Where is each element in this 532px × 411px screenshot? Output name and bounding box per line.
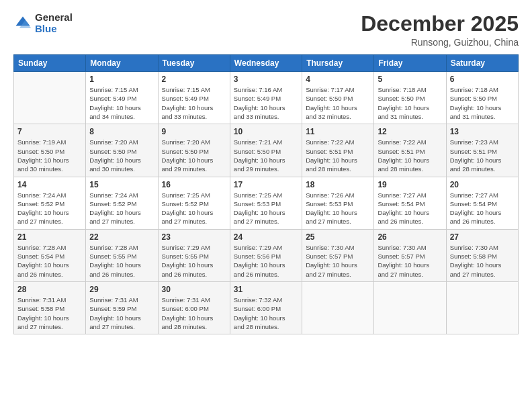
weekday-header-wednesday: Wednesday [230, 55, 302, 72]
day-number: 14 [17, 180, 82, 189]
logo: General Blue [13, 12, 73, 34]
weekday-header-saturday: Saturday [446, 55, 518, 72]
calendar-cell: 21Sunrise: 7:28 AM Sunset: 5:54 PM Dayli… [14, 229, 86, 281]
day-number: 6 [450, 75, 515, 84]
day-info: Sunrise: 7:18 AM Sunset: 5:50 PM Dayligh… [378, 85, 442, 121]
day-number: 30 [162, 285, 226, 294]
day-number: 23 [162, 232, 226, 242]
day-info: Sunrise: 7:15 AM Sunset: 5:49 PM Dayligh… [162, 85, 226, 121]
day-info: Sunrise: 7:27 AM Sunset: 5:54 PM Dayligh… [378, 191, 442, 226]
day-info: Sunrise: 7:17 AM Sunset: 5:50 PM Dayligh… [306, 85, 370, 121]
day-info: Sunrise: 7:23 AM Sunset: 5:51 PM Dayligh… [450, 138, 515, 173]
day-info: Sunrise: 7:31 AM Sunset: 5:59 PM Dayligh… [89, 295, 154, 331]
calendar-cell: 7Sunrise: 7:19 AM Sunset: 5:50 PM Daylig… [14, 124, 86, 177]
calendar-cell: 27Sunrise: 7:30 AM Sunset: 5:58 PM Dayli… [446, 229, 518, 281]
day-info: Sunrise: 7:19 AM Sunset: 5:50 PM Dayligh… [17, 138, 82, 173]
calendar-cell: 22Sunrise: 7:28 AM Sunset: 5:55 PM Dayli… [86, 229, 158, 281]
day-info: Sunrise: 7:25 AM Sunset: 5:52 PM Dayligh… [162, 191, 226, 226]
month-title: December 2025 [361, 12, 519, 36]
calendar-cell [446, 281, 518, 334]
day-info: Sunrise: 7:22 AM Sunset: 5:51 PM Dayligh… [306, 138, 370, 173]
day-number: 31 [234, 285, 298, 294]
calendar-week-1: 1Sunrise: 7:15 AM Sunset: 5:49 PM Daylig… [14, 72, 519, 124]
weekday-header-tuesday: Tuesday [158, 55, 230, 72]
day-info: Sunrise: 7:21 AM Sunset: 5:50 PM Dayligh… [234, 138, 298, 173]
day-info: Sunrise: 7:30 AM Sunset: 5:58 PM Dayligh… [450, 243, 515, 279]
calendar-week-4: 21Sunrise: 7:28 AM Sunset: 5:54 PM Dayli… [14, 229, 519, 281]
day-info: Sunrise: 7:18 AM Sunset: 5:50 PM Dayligh… [450, 85, 515, 121]
calendar-cell: 31Sunrise: 7:32 AM Sunset: 6:00 PM Dayli… [230, 281, 302, 334]
calendar-week-3: 14Sunrise: 7:24 AM Sunset: 5:52 PM Dayli… [14, 177, 519, 229]
day-info: Sunrise: 7:25 AM Sunset: 5:53 PM Dayligh… [234, 191, 298, 226]
day-info: Sunrise: 7:31 AM Sunset: 5:58 PM Dayligh… [17, 295, 82, 331]
day-info: Sunrise: 7:26 AM Sunset: 5:53 PM Dayligh… [306, 191, 370, 226]
calendar-cell: 15Sunrise: 7:24 AM Sunset: 5:52 PM Dayli… [86, 177, 158, 229]
calendar-cell: 11Sunrise: 7:22 AM Sunset: 5:51 PM Dayli… [302, 124, 374, 177]
day-number: 11 [306, 127, 370, 136]
calendar-cell: 17Sunrise: 7:25 AM Sunset: 5:53 PM Dayli… [230, 177, 302, 229]
day-info: Sunrise: 7:30 AM Sunset: 5:57 PM Dayligh… [378, 243, 442, 279]
day-number: 13 [450, 127, 515, 136]
calendar-cell: 20Sunrise: 7:27 AM Sunset: 5:54 PM Dayli… [446, 177, 518, 229]
day-number: 2 [162, 75, 226, 84]
calendar-cell: 6Sunrise: 7:18 AM Sunset: 5:50 PM Daylig… [446, 72, 518, 124]
day-number: 15 [89, 180, 154, 189]
day-info: Sunrise: 7:20 AM Sunset: 5:50 PM Dayligh… [89, 138, 154, 173]
calendar-cell: 16Sunrise: 7:25 AM Sunset: 5:52 PM Dayli… [158, 177, 230, 229]
day-info: Sunrise: 7:24 AM Sunset: 5:52 PM Dayligh… [89, 191, 154, 226]
calendar-cell: 18Sunrise: 7:26 AM Sunset: 5:53 PM Dayli… [302, 177, 374, 229]
day-info: Sunrise: 7:15 AM Sunset: 5:49 PM Dayligh… [89, 85, 154, 121]
day-number: 9 [162, 127, 226, 136]
calendar-cell: 25Sunrise: 7:30 AM Sunset: 5:57 PM Dayli… [302, 229, 374, 281]
calendar-cell: 24Sunrise: 7:29 AM Sunset: 5:56 PM Dayli… [230, 229, 302, 281]
day-number: 12 [378, 127, 442, 136]
day-number: 4 [306, 75, 370, 84]
day-info: Sunrise: 7:31 AM Sunset: 6:00 PM Dayligh… [162, 295, 226, 331]
calendar-cell: 26Sunrise: 7:30 AM Sunset: 5:57 PM Dayli… [374, 229, 446, 281]
weekday-header-sunday: Sunday [14, 55, 86, 72]
calendar-header-row: SundayMondayTuesdayWednesdayThursdayFrid… [14, 55, 519, 72]
calendar-cell: 14Sunrise: 7:24 AM Sunset: 5:52 PM Dayli… [14, 177, 86, 229]
logo-general-text: General [35, 12, 73, 24]
day-info: Sunrise: 7:22 AM Sunset: 5:51 PM Dayligh… [378, 138, 442, 173]
day-number: 26 [378, 232, 442, 242]
day-info: Sunrise: 7:29 AM Sunset: 5:56 PM Dayligh… [234, 243, 298, 279]
day-number: 8 [89, 127, 154, 136]
day-number: 25 [306, 232, 370, 242]
day-number: 24 [234, 232, 298, 242]
calendar-cell: 8Sunrise: 7:20 AM Sunset: 5:50 PM Daylig… [86, 124, 158, 177]
calendar-cell: 29Sunrise: 7:31 AM Sunset: 5:59 PM Dayli… [86, 281, 158, 334]
calendar-week-5: 28Sunrise: 7:31 AM Sunset: 5:58 PM Dayli… [14, 281, 519, 334]
calendar-table: SundayMondayTuesdayWednesdayThursdayFrid… [13, 54, 519, 334]
day-info: Sunrise: 7:30 AM Sunset: 5:57 PM Dayligh… [306, 243, 370, 279]
calendar-cell: 13Sunrise: 7:23 AM Sunset: 5:51 PM Dayli… [446, 124, 518, 177]
calendar-cell: 19Sunrise: 7:27 AM Sunset: 5:54 PM Dayli… [374, 177, 446, 229]
calendar-week-2: 7Sunrise: 7:19 AM Sunset: 5:50 PM Daylig… [14, 124, 519, 177]
day-number: 17 [234, 180, 298, 189]
title-block: December 2025 Runsong, Guizhou, China [361, 12, 519, 48]
header: General Blue December 2025 Runsong, Guiz… [13, 12, 519, 48]
location-title: Runsong, Guizhou, China [361, 37, 519, 48]
day-number: 22 [89, 232, 154, 242]
weekday-header-monday: Monday [86, 55, 158, 72]
calendar-cell: 9Sunrise: 7:20 AM Sunset: 5:50 PM Daylig… [158, 124, 230, 177]
calendar-cell: 12Sunrise: 7:22 AM Sunset: 5:51 PM Dayli… [374, 124, 446, 177]
day-number: 10 [234, 127, 298, 136]
calendar-cell: 2Sunrise: 7:15 AM Sunset: 5:49 PM Daylig… [158, 72, 230, 124]
calendar-cell: 1Sunrise: 7:15 AM Sunset: 5:49 PM Daylig… [86, 72, 158, 124]
day-info: Sunrise: 7:32 AM Sunset: 6:00 PM Dayligh… [234, 295, 298, 331]
day-info: Sunrise: 7:28 AM Sunset: 5:55 PM Dayligh… [89, 243, 154, 279]
calendar-cell [302, 281, 374, 334]
day-info: Sunrise: 7:27 AM Sunset: 5:54 PM Dayligh… [450, 191, 515, 226]
calendar-cell: 28Sunrise: 7:31 AM Sunset: 5:58 PM Dayli… [14, 281, 86, 334]
day-number: 3 [234, 75, 298, 84]
calendar-cell: 10Sunrise: 7:21 AM Sunset: 5:50 PM Dayli… [230, 124, 302, 177]
logo-icon [13, 14, 32, 33]
day-number: 18 [306, 180, 370, 189]
day-info: Sunrise: 7:29 AM Sunset: 5:55 PM Dayligh… [162, 243, 226, 279]
day-number: 28 [17, 285, 82, 294]
day-info: Sunrise: 7:24 AM Sunset: 5:52 PM Dayligh… [17, 191, 82, 226]
day-number: 21 [17, 232, 82, 242]
day-number: 20 [450, 180, 515, 189]
page: General Blue December 2025 Runsong, Guiz… [0, 0, 532, 411]
